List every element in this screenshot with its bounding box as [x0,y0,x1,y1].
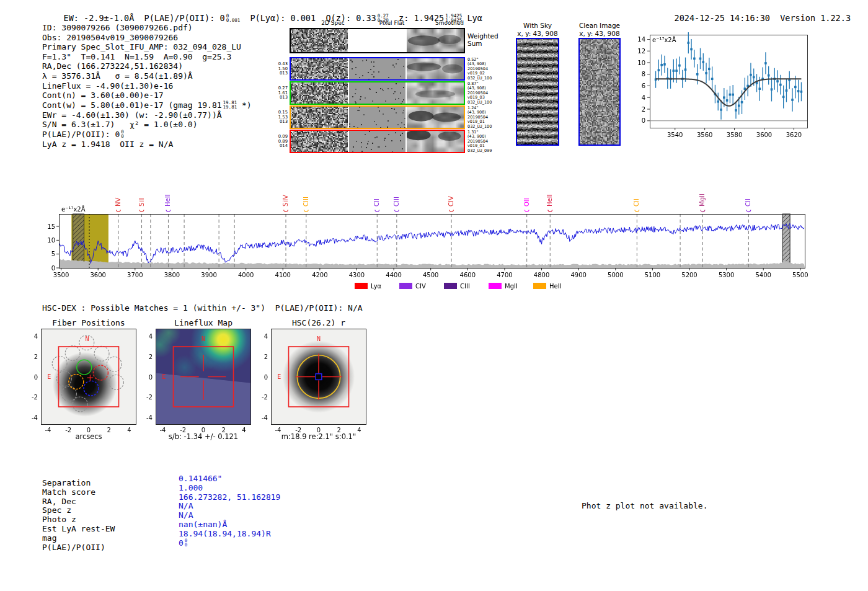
match-label-6: mag [42,534,115,543]
phot-z-note: Phot z plot not available. [582,501,708,510]
match-label-3: Spec z [42,506,115,515]
info-lambda-sigma: λ = 3576.31Å σ = 8.54(±1.89)Å [42,71,252,81]
info-cont-w: Cont(w) = 5.80(±0.01)e-17 (gmag 19.8119.… [42,100,252,110]
info-seeing: F=1.3" T=0.141 N=1.59 A=0.90 g=25.3 [42,52,252,62]
match-table-labels: SeparationMatch scoreRA, DecSpec zPhoto … [42,479,115,552]
clean-image-title: Clean Imagex, y: 43, 908 [572,22,627,37]
hsc-ytick-0: 0 [264,373,268,380]
fiber-north-label: N [86,335,89,342]
hsc-ytick-4: 4 [264,332,268,339]
fiber-positions-panel: N E [41,329,136,425]
fiber-circle-red [93,365,108,380]
spec2d-cell-2dspec-2 [291,82,348,104]
match-label-7: P(LAE)/P(OII) [42,543,115,553]
timestamp: 2024-12-25 14:16:30 [675,13,770,23]
fiber-extraction-box [58,347,118,407]
lineflux-east-label: E [162,373,166,380]
info-obs: Obs: 20190504v019_3090079266 [42,33,252,43]
fiber-positions-title: Fiber Positions [52,318,125,327]
match-value-6: 18.94(18.94,18.94)R [179,530,280,539]
spec2d-cell-pixelflat-2 [349,82,405,104]
match-value-0: 0.141466" [179,474,280,484]
match-label-1: Match score [42,488,115,497]
hsc-center-box [316,374,322,380]
with-sky-image [516,38,559,146]
fiber-ytick--4: -4 [32,414,38,421]
hsc-east-label: E [277,373,281,380]
hsc-r-panel: N E [271,329,366,425]
hsc-overlay: N E [272,329,366,424]
fiber-circle-blue [84,381,99,396]
spec2d-cell-smoothed-0 [407,29,464,52]
fiber-ytick-4: 4 [34,332,38,339]
fiber-positions-overlay: N E [42,329,136,424]
fiber-east-label: E [47,373,51,380]
spec2d-cell-2dspec-3 [291,107,348,128]
spec2d-cell-2dspec-0 [291,29,348,52]
info-id: ID: 3090079266 (3090079266.pdf) [42,23,252,33]
lineflux-map-panel: N E [156,329,251,425]
info-primary-spec: Primary Spec_Slot_IFU_AMP: 032_094_028_L… [42,42,252,52]
match-value-3: N/A [179,502,280,511]
spec2d-cell-pixelflat-4 [349,131,405,152]
spec2d-block: 2D Spec Pixel Flat Smoothed WeightedSum … [275,20,492,159]
fiber-ytick--2: -2 [32,394,38,401]
with-sky-canvas [517,39,558,144]
info-ewr: EWr = -4.60(±1.30) (w: -2.90(±0.77))Å [42,110,252,120]
spec2d-row-1 [290,57,465,81]
hsc-xlabel: m:18.9 re:2.1" s:0.1" [281,432,356,441]
hsc-north-label: N [317,335,321,342]
lineflux-xtick-4: 4 [242,427,246,433]
weighted-sum-label: WeightedSum [467,32,498,47]
hsc-dex-match-line: HSC-DEX : Possible Matches = 1 (within +… [42,303,363,313]
spec2d-row-left-label-1: 0.431.50013 [275,62,288,76]
spec2d-cell-pixelflat-3 [349,107,405,128]
spec2d-row-2 [290,81,465,105]
spec2d-cell-smoothed-4 [407,131,464,152]
fiber-xtick-4: 4 [127,427,131,433]
spec2d-cell-pixelflat-0 [349,29,405,52]
lineflux-ytick-2: 2 [149,353,153,360]
spec2d-cell-smoothed-2 [407,82,464,104]
spec2d-row-3 [290,105,465,129]
match-value-7: 000 [179,539,280,548]
fiber-xtick-2: 2 [107,427,111,433]
info-plae: P(LAE)/P(OII): 000 [42,130,252,140]
clean-image [578,38,621,146]
detection-info-block: ID: 3090079266 (3090079266.pdf) Obs: 201… [42,23,252,149]
fiber-xlabel: arcsecs [75,432,102,441]
clean-image-canvas [580,39,619,144]
fiber-xtick--2: -2 [65,427,71,433]
spec2d-cell-smoothed-1 [407,58,464,79]
lineflux-north-label: N [202,335,205,342]
spec2d-row-0 [290,28,465,53]
match-label-0: Separation [42,479,115,488]
full-spectrum-plot [37,185,834,290]
hsc-ytick-2: 2 [264,353,268,360]
lineflux-ytick--2: -2 [146,394,153,401]
line-fit-plot [632,25,818,149]
fiber-center-cross [87,375,94,381]
lineflux-ytick-0: 0 [149,373,153,380]
header-plae: P(LAE)/P(OII): 0 [144,13,225,23]
fiber-ytick-2: 2 [34,353,38,360]
match-value-5: nan(±nan)Å [179,520,280,530]
spec2d-row-right-label-4: 1.31"(43, 900)20190504v019_01032_LU_099 [467,130,492,153]
fiber-xtick--4: -4 [45,427,51,433]
spec2d-row-left-label-2: 0.271.61013 [275,86,288,100]
header-ew: EW: -2.9±-1.0Å [64,13,135,23]
spec2d-row-left-label-3: 0.151.53013 [275,110,288,125]
fiber-ytick-0: 0 [34,373,38,380]
spec2d-cell-smoothed-3 [407,107,464,128]
lineflux-map-title: Lineflux Map [174,318,232,327]
spec2d-cell-2dspec-4 [291,131,348,152]
match-label-2: RA, Dec [42,497,115,507]
match-value-4: N/A [179,511,280,520]
lineflux-overlay: N E [156,329,250,424]
info-lya-oii-z: LyA z = 1.9418 OII z = N/A [42,140,252,149]
spec2d-row-4 [290,130,465,153]
match-label-5: Est LyA rest-EW [42,525,115,534]
info-lineflux: LineFlux = -4.90(±1.30)e-16 [42,81,252,91]
spec2d-cell-2dspec-1 [291,58,348,79]
lineflux-xtick--4: -4 [159,427,166,433]
